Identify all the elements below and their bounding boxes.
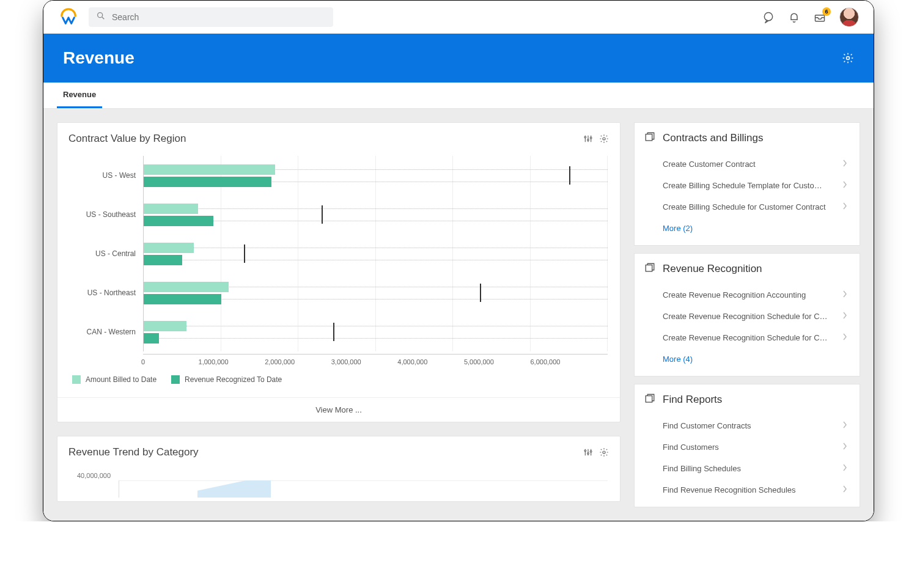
side-item[interactable]: Find Revenue Recognition Schedules	[635, 479, 860, 501]
side-item-more[interactable]: More (2)	[635, 218, 860, 239]
side-item[interactable]: Create Customer Contract	[635, 153, 860, 175]
bar-billed[interactable]	[144, 321, 186, 331]
side-section-title: Revenue Recognition	[663, 263, 762, 275]
bar-billed[interactable]	[144, 282, 229, 292]
bell-icon[interactable]	[788, 11, 800, 23]
svg-point-11	[603, 138, 605, 140]
chevron-right-icon	[842, 333, 847, 342]
side-item-label: Find Customers	[663, 443, 719, 452]
error-marker	[569, 166, 570, 185]
chart-category-label: CAN - Western	[70, 328, 143, 336]
card-gear-icon[interactable]	[599, 447, 609, 457]
chevron-right-icon	[842, 181, 847, 190]
bar-billed[interactable]	[144, 204, 198, 214]
side-section-title: Find Reports	[663, 394, 722, 406]
error-marker	[480, 284, 481, 302]
bar-recognized[interactable]	[144, 294, 221, 304]
view-more-link[interactable]: View More ...	[57, 397, 620, 422]
svg-point-4	[847, 57, 850, 60]
side-item[interactable]: Create Revenue Recognition Accounting	[635, 284, 860, 306]
side-item-label: Find Billing Schedules	[663, 464, 741, 473]
side-item-label: Find Revenue Recognition Schedules	[663, 485, 796, 494]
search-input[interactable]	[112, 12, 326, 22]
workday-logo[interactable]	[58, 7, 79, 28]
filters-icon[interactable]	[583, 447, 593, 457]
svg-point-0	[98, 13, 103, 18]
x-tick: 5,000,000	[464, 355, 531, 366]
settings-gear-icon[interactable]	[842, 52, 854, 64]
error-marker	[322, 205, 323, 224]
chevron-right-icon	[842, 160, 847, 169]
side-item-label: Create Revenue Recognition Accounting	[663, 290, 806, 300]
chevron-right-icon	[842, 290, 847, 300]
chart-category-label: US - Northeast	[70, 288, 143, 297]
swatch-dark-icon	[171, 375, 180, 384]
section-icon	[644, 262, 655, 276]
chat-icon[interactable]	[762, 11, 775, 23]
x-tick: 6,000,000	[530, 355, 597, 366]
chart2-canvas	[119, 480, 608, 498]
card-gear-icon[interactable]	[599, 134, 609, 144]
search-icon	[96, 11, 106, 23]
side-panel: Contracts and BillingsCreate Customer Co…	[634, 122, 860, 507]
svg-point-10	[590, 137, 592, 139]
filters-icon[interactable]	[583, 134, 593, 144]
error-marker	[333, 323, 334, 341]
svg-point-16	[587, 453, 589, 455]
user-avatar[interactable]	[839, 7, 859, 27]
svg-line-1	[102, 17, 104, 19]
side-item[interactable]: Find Billing Schedules	[635, 458, 860, 479]
card-contract-value-by-region: Contract Value by Region US - WestUS - S…	[57, 122, 621, 422]
chart-category-label: US - Central	[70, 249, 143, 258]
svg-point-8	[584, 136, 586, 138]
chevron-right-icon	[842, 312, 847, 321]
legend-billed: Amount Billed to Date	[72, 375, 157, 384]
side-item-more[interactable]: More (4)	[635, 348, 860, 370]
svg-rect-20	[646, 265, 652, 272]
chart2-ytick: 40,000,000	[77, 472, 111, 479]
bar-billed[interactable]	[144, 243, 194, 253]
tab-revenue[interactable]: Revenue	[57, 83, 102, 108]
svg-rect-19	[646, 134, 652, 141]
side-section: Contracts and BillingsCreate Customer Co…	[634, 122, 860, 246]
x-tick: 1,000,000	[199, 355, 265, 366]
inbox-badge: 6	[822, 7, 831, 16]
side-item[interactable]: Create Billing Schedule for Customer Con…	[635, 196, 860, 218]
x-axis: 01,000,0002,000,0003,000,0004,000,0005,0…	[143, 354, 608, 366]
bar-recognized[interactable]	[144, 177, 271, 187]
svg-point-17	[590, 450, 592, 452]
side-section-header: Find Reports	[635, 384, 860, 415]
section-icon	[644, 131, 655, 145]
svg-point-2	[764, 13, 772, 21]
side-item[interactable]: Create Revenue Recognition Schedule for …	[635, 306, 860, 327]
x-tick: 4,000,000	[397, 355, 464, 366]
error-marker	[244, 244, 245, 263]
side-section: Find ReportsFind Customer ContractsFind …	[634, 384, 860, 507]
x-tick: 2,000,000	[265, 355, 331, 366]
chart-category-label: US - West	[70, 171, 143, 180]
legend-recognized: Revenue Recognized To Date	[171, 375, 282, 384]
top-icons: 6	[762, 7, 859, 27]
side-section-title: Contracts and Billings	[663, 132, 763, 144]
side-item[interactable]: Create Billing Schedule Template for Cus…	[635, 175, 860, 196]
side-item-label: Find Customer Contracts	[663, 421, 751, 430]
bar-recognized[interactable]	[144, 333, 159, 344]
side-item[interactable]: Find Customers	[635, 436, 860, 458]
svg-rect-21	[646, 396, 652, 403]
side-item-label: Create Revenue Recognition Schedule for …	[663, 333, 828, 342]
bar-billed[interactable]	[144, 164, 275, 175]
bar-recognized[interactable]	[144, 255, 182, 265]
tab-bar: Revenue	[43, 83, 874, 109]
page-title: Revenue	[63, 48, 134, 68]
side-item[interactable]: Create Revenue Recognition Schedule for …	[635, 327, 860, 348]
svg-point-18	[603, 451, 605, 454]
chart-legend: Amount Billed to Date Revenue Recognized…	[70, 366, 608, 392]
inbox-icon[interactable]: 6	[814, 11, 826, 23]
card-title: Contract Value by Region	[68, 133, 186, 145]
global-search[interactable]	[89, 7, 333, 27]
chevron-right-icon	[842, 202, 847, 211]
bar-recognized[interactable]	[144, 216, 213, 226]
side-item[interactable]: Find Customer Contracts	[635, 415, 860, 436]
chart-contract-value: US - WestUS - SoutheastUS - CentralUS - …	[57, 150, 620, 397]
svg-rect-3	[816, 15, 825, 21]
